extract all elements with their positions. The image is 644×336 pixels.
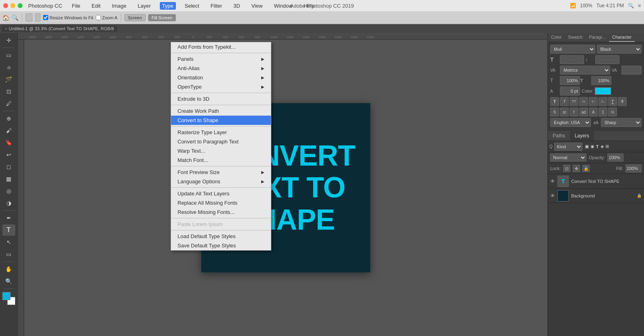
contextual-btn[interactable]: ½ [608,108,617,116]
home-icon[interactable]: 🏠 [2,15,9,21]
quick-select-tool[interactable]: 🪄 [2,74,15,85]
menu-item-font-preview-size[interactable]: Font Preview Size▶ [171,168,271,177]
strikethrough-btn[interactable]: T [618,97,627,106]
menu-item-convert-to-shape[interactable]: Convert to Shape [171,116,271,125]
close-button[interactable] [3,3,8,8]
menu-image[interactable]: Image [109,2,129,10]
menu-item-rasterize[interactable]: Rasterize Type Layer [171,128,271,137]
dodge-tool[interactable]: ◑ [2,197,15,209]
blend-mode-select[interactable]: Normal [550,153,586,162]
anti-alias-select[interactable]: Sharp [601,118,642,127]
path-select-tool[interactable]: ↖ [2,236,15,248]
menu-item-save-default[interactable]: Save Default Type Styles [171,241,271,250]
menu-file[interactable]: File [70,2,83,10]
filter-type-icon[interactable]: T [596,144,599,149]
fill-screen-btn[interactable]: Fill Screen [148,14,176,21]
shape-tool[interactable]: ▭ [2,249,15,260]
brush-tool[interactable]: 🖌 [2,125,15,136]
zoom-out-icon[interactable]: - [35,13,41,22]
search-icon[interactable]: 🔍 [628,3,634,8]
tab-paths[interactable]: Paths [548,131,570,141]
old-style-btn[interactable]: f [570,108,578,116]
marquee-tool[interactable]: ▭ [2,50,15,61]
discretionary-btn[interactable]: st [560,108,569,116]
menu-item-load-default[interactable]: Load Default Type Styles [171,232,271,241]
font-size-input[interactable] [560,55,584,64]
tab-close-icon[interactable]: × [5,27,7,31]
menu-item-convert-paragraph[interactable]: Convert to Paragraph Text [171,137,271,146]
lock-all-btn[interactable]: 🔒 [582,165,590,172]
kerning-select[interactable]: Metrics [560,66,610,75]
document-tab[interactable]: × Untitled-1 @ 33.3% (Convert Text TO SH… [2,25,117,32]
menu-item-panels[interactable]: Panels▶ [171,54,271,64]
super-btn[interactable]: T↑ [589,97,598,106]
layer-item-bg[interactable]: 👁 Background 🔒 [548,189,644,203]
menu-item-language-options[interactable]: Language Options▶ [171,177,271,186]
zoom-tool[interactable]: 🔍 [2,276,15,287]
resize-windows-checkbox[interactable] [43,15,48,20]
crop-tool[interactable]: ⊡ [2,86,15,97]
horizontal-scale-input[interactable] [591,76,611,85]
menu-item-extrude-3d[interactable]: Extrude to 3D [171,94,271,104]
leading-input[interactable] [595,55,619,64]
minimize-button[interactable] [10,3,15,8]
bold-btn[interactable]: T [550,97,559,106]
vertical-scale-input[interactable] [560,76,580,85]
menu-item-warp-text[interactable]: Warp Text... [171,146,271,156]
spot-heal-tool[interactable]: ⊕ [2,113,15,124]
menu-layer[interactable]: Layer [135,2,153,10]
caps-btn[interactable]: TT [570,97,578,106]
menu-item-create-work-path[interactable]: Create Work Path [171,106,271,116]
tab-paragraph[interactable]: Paragr... [586,33,609,42]
zoom-all-label[interactable]: Zoom A [96,15,118,20]
maximize-button[interactable] [18,3,23,8]
clone-stamp-tool[interactable]: 🔖 [2,137,15,148]
zoom-all-checkbox[interactable] [96,15,101,20]
small-caps-btn[interactable]: Tт [579,97,588,106]
menu-item-opentype[interactable]: OpenType▶ [171,82,271,91]
menu-3d[interactable]: 3D [231,2,243,10]
lasso-tool[interactable]: ⌾ [2,62,15,73]
resize-windows-label[interactable]: Resize Windows to Fit [43,15,93,20]
lock-position-btn[interactable]: ✥ [573,165,580,172]
font-style-select[interactable]: Black [597,45,642,54]
filter-shape-icon[interactable]: ◈ [601,144,604,149]
ordinal-btn[interactable]: ad [579,108,588,116]
ligature-btn[interactable]: fi [550,108,559,116]
layer-visibility-text[interactable]: 👁 [550,178,555,184]
menu-item-add-fonts[interactable]: Add Fonts from Typekit... [171,42,271,52]
pen-tool[interactable]: ✒ [2,212,15,224]
tab-swatch[interactable]: Swatch [565,33,586,42]
tab-layers[interactable]: Layers [570,131,594,141]
tab-character[interactable]: Character [609,33,635,42]
fill-input[interactable] [625,164,642,172]
underline-btn[interactable]: T [608,97,617,106]
history-brush-tool[interactable]: ↩ [2,149,15,160]
blur-tool[interactable]: ◎ [2,185,15,197]
menu-item-update-text[interactable]: Update All Text Layers [171,189,271,198]
eyedropper-tool[interactable]: 🖊 [2,98,15,109]
menu-item-anti-alias[interactable]: Anti-Alias▶ [171,64,271,73]
menu-item-resolve-missing[interactable]: Resolve Missing Fonts... [171,207,271,217]
language-select[interactable]: English: USA [550,118,591,127]
filter-pixel-icon[interactable]: ▣ [585,144,589,149]
gradient-tool[interactable]: ▦ [2,173,15,185]
baseline-input[interactable] [560,87,580,95]
eraser-tool[interactable]: ◻ [2,161,15,172]
menu-view[interactable]: View [249,2,265,10]
control-strip-icon[interactable]: ≡ [638,3,641,8]
screen-btn-1[interactable]: Screen [124,14,146,21]
text-color-swatch[interactable] [595,87,611,95]
layer-item-text[interactable]: 👁 T Convert Text TO SHAPE [548,174,644,189]
type-menu[interactable]: Add Fonts from Typekit...Panels▶Anti-Ali… [171,42,271,251]
filter-kind-select[interactable]: Kind [554,143,582,151]
layer-visibility-bg[interactable]: 👁 [550,193,555,199]
color-swatches[interactable] [2,292,15,305]
menu-item-orientation[interactable]: Orientation▶ [171,73,271,82]
menu-select[interactable]: Select [182,2,202,10]
menu-type[interactable]: Type [160,2,176,10]
move-tool[interactable]: ✛ [2,35,15,46]
menu-item-replace-missing[interactable]: Replace All Missing Fonts [171,198,271,207]
font-family-select[interactable]: Muli [550,45,595,54]
opacity-input[interactable] [607,153,623,162]
